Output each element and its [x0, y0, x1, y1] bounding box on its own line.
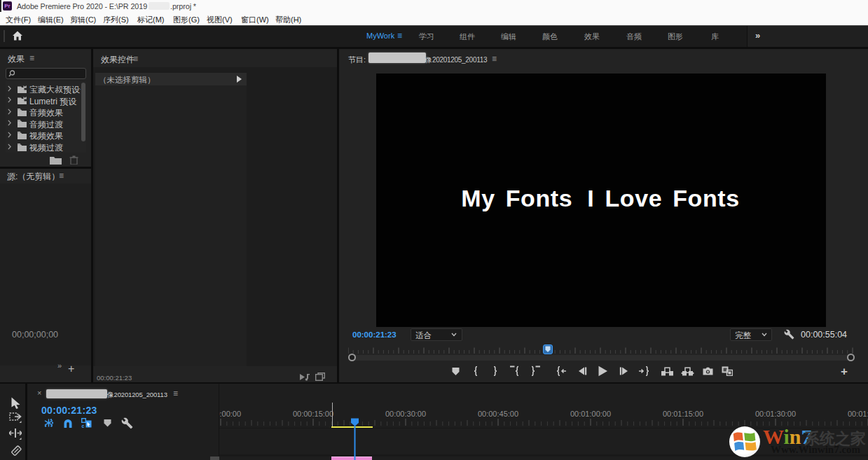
svg-text:c: c: [82, 424, 85, 428]
